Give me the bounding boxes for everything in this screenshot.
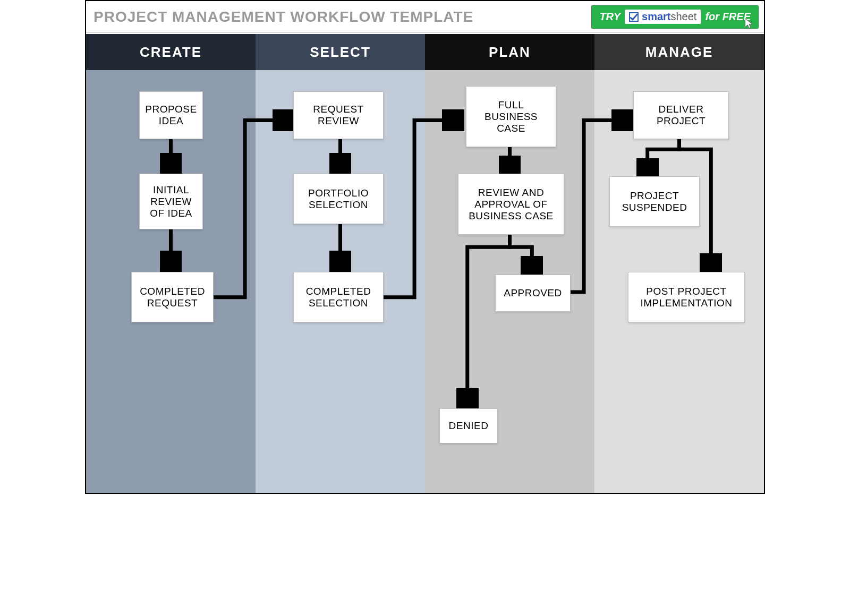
box-post-project: POST PROJECT IMPLEMENTATION bbox=[628, 272, 745, 322]
diagram-frame: PROJECT MANAGEMENT WORKFLOW TEMPLATE TRY… bbox=[85, 0, 765, 494]
box-propose-idea: PROPOSE IDEA bbox=[139, 91, 203, 139]
smartsheet-brand-badge: smartsheet bbox=[625, 10, 701, 24]
lane-header-manage: MANAGE bbox=[594, 34, 764, 70]
box-denied: DENIED bbox=[439, 408, 498, 443]
cursor-icon bbox=[743, 18, 755, 29]
box-initial-review: INITIAL REVIEW OF IDEA bbox=[139, 174, 203, 229]
lane-header-select: SELECT bbox=[256, 34, 425, 70]
box-review-approval: REVIEW AND APPROVAL OF BUSINESS CASE bbox=[458, 174, 564, 235]
box-approved: APPROVED bbox=[495, 275, 571, 312]
try-smartsheet-button[interactable]: TRY smartsheet for FREE bbox=[591, 5, 759, 29]
box-project-suspended: PROJECT SUSPENDED bbox=[609, 176, 700, 227]
box-request-review: REQUEST REVIEW bbox=[293, 91, 384, 139]
checkmark-icon bbox=[629, 12, 639, 22]
header-bar: PROJECT MANAGEMENT WORKFLOW TEMPLATE TRY… bbox=[86, 1, 764, 33]
box-completed-request: COMPLETED REQUEST bbox=[131, 272, 214, 322]
workflow-canvas: PROPOSE IDEA INITIAL REVIEW OF IDEA COMP… bbox=[86, 70, 764, 493]
page-title: PROJECT MANAGEMENT WORKFLOW TEMPLATE bbox=[94, 8, 473, 25]
box-deliver-project: DELIVER PROJECT bbox=[633, 91, 729, 139]
box-completed-selection: COMPLETED SELECTION bbox=[293, 272, 384, 322]
box-portfolio-selection: PORTFOLIO SELECTION bbox=[293, 174, 384, 224]
brand-sheet: sheet bbox=[671, 11, 697, 22]
lane-header-create: CREATE bbox=[86, 34, 256, 70]
box-full-business-case: FULL BUSINESS CASE bbox=[466, 86, 556, 147]
lane-header-plan: PLAN bbox=[425, 34, 594, 70]
brand-smart: smart bbox=[642, 11, 670, 22]
cta-try-text: TRY bbox=[599, 11, 620, 23]
